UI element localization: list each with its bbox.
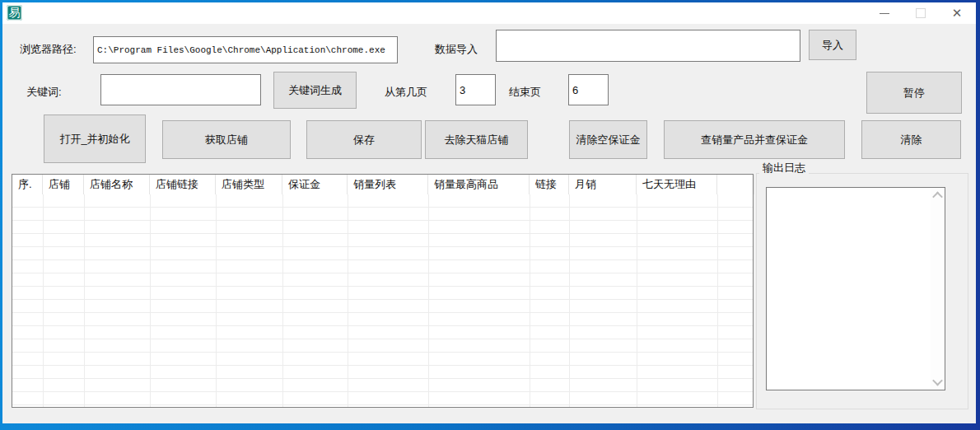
save-button[interactable]: 保存	[306, 120, 422, 159]
keyword-generate-button[interactable]: 关键词生成	[273, 72, 357, 109]
column-header[interactable]: 店铺类型	[216, 175, 282, 194]
column-header[interactable]: 序.	[12, 175, 43, 194]
end-page-input[interactable]	[568, 74, 609, 105]
column-gridline	[530, 194, 530, 407]
column-header[interactable]: 链接	[530, 175, 569, 194]
column-header[interactable]: 销量列表	[348, 175, 428, 194]
column-header[interactable]: 月销	[569, 175, 637, 194]
remove-tmall-button[interactable]: 去除天猫店铺	[425, 120, 528, 159]
minimize-button[interactable]	[867, 2, 902, 24]
window-frame: 易 ✕ 浏览器路径: 数据导入 导入 关键词: 关键词生成 从第几页 结束页 暂…	[0, 0, 980, 430]
column-gridline	[348, 194, 348, 407]
column-gridline	[428, 194, 429, 407]
get-shops-button[interactable]: 获取店铺	[162, 120, 291, 159]
start-page-input[interactable]	[455, 74, 496, 105]
window: 易 ✕ 浏览器路径: 数据导入 导入 关键词: 关键词生成 从第几页 结束页 暂…	[2, 2, 976, 423]
column-gridline	[84, 194, 85, 407]
shops-table[interactable]: 序.店铺店铺名称店铺链接店铺类型保证金销量列表销量最高商品链接月销七天无理由	[12, 174, 754, 408]
clear-button[interactable]: 清除	[861, 120, 961, 159]
output-log-label: 输出日志	[759, 161, 809, 175]
close-button[interactable]: ✕	[940, 2, 974, 24]
minimize-icon	[880, 13, 889, 14]
column-gridline	[216, 194, 217, 407]
scroll-down-button[interactable]	[931, 375, 944, 389]
query-sales-deposit-button[interactable]: 查销量产品并查保证金	[664, 120, 845, 159]
column-header[interactable]: 保证金	[282, 175, 348, 194]
table-header: 序.店铺店铺名称店铺链接店铺类型保证金销量列表销量最高商品链接月销七天无理由	[12, 175, 753, 194]
maximize-button[interactable]	[903, 2, 938, 24]
column-header[interactable]: 七天无理由	[637, 175, 717, 194]
column-gridline	[150, 194, 151, 407]
browser-path-input[interactable]	[93, 36, 398, 63]
column-header[interactable]: 店铺链接	[150, 175, 216, 194]
keyword-input[interactable]	[100, 74, 261, 105]
output-log-textarea[interactable]	[766, 187, 945, 390]
import-button[interactable]: 导入	[809, 30, 856, 60]
column-header[interactable]: 店铺名称	[84, 175, 150, 194]
table-body[interactable]	[12, 194, 753, 407]
maximize-icon	[916, 8, 926, 18]
title-bar[interactable]: 易 ✕	[2, 2, 976, 24]
scroll-up-button[interactable]	[931, 189, 944, 203]
chevron-down-icon	[932, 376, 943, 386]
column-gridline	[282, 194, 283, 407]
end-page-label: 结束页	[509, 85, 541, 100]
column-gridline	[717, 194, 718, 407]
column-header[interactable]	[717, 175, 754, 194]
open-init-button[interactable]: 打开_并初始化	[44, 115, 146, 163]
keyword-label: 关键词:	[26, 85, 62, 100]
data-import-label: 数据导入	[435, 42, 478, 57]
column-gridline	[637, 194, 637, 407]
pause-button[interactable]: 暂停	[866, 72, 962, 114]
clear-empty-deposit-button[interactable]: 清除空保证金	[569, 120, 647, 159]
data-import-input[interactable]	[496, 30, 800, 62]
column-gridline	[43, 194, 44, 407]
column-header[interactable]: 店铺	[43, 175, 84, 194]
log-scrollbar[interactable]	[931, 189, 944, 389]
column-gridline	[569, 194, 570, 407]
start-page-label: 从第几页	[385, 85, 427, 100]
column-header[interactable]: 销量最高商品	[428, 175, 530, 194]
browser-path-label: 浏览器路径:	[20, 42, 77, 57]
app-icon[interactable]: 易	[7, 5, 22, 21]
chevron-up-icon	[932, 192, 943, 203]
